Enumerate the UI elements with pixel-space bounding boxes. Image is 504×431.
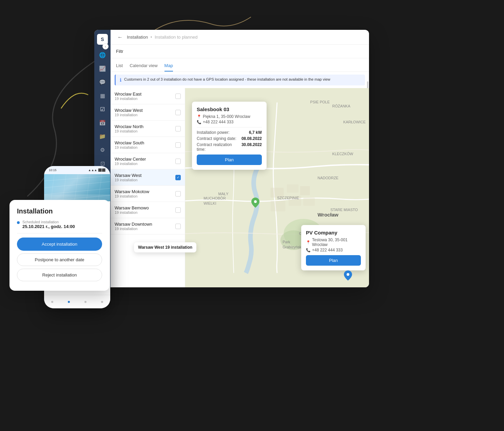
popup-secondary-title: PV Company <box>306 230 361 235</box>
installation-popup: Installation Scheduled installation 25.1… <box>9 200 110 291</box>
popup-main-address: 📍 Piękna 1, 35-000 Wroclaw <box>197 114 262 119</box>
region-checkbox[interactable] <box>175 207 181 213</box>
location-icon-2: 📍 <box>306 240 311 245</box>
region-name: Warsaw Mokotow <box>115 189 149 194</box>
install-schedule-row: Scheduled installation 25.10.2021 r., go… <box>17 220 102 229</box>
install-schedule-date: 25.10.2021 r., godz. 14:00 <box>22 224 75 229</box>
sidebar-item-grid[interactable]: ▦ <box>96 89 109 102</box>
map-marker-blue <box>344 270 352 281</box>
breadcrumb-sub: Installation to planned <box>155 35 197 40</box>
svg-line-20 <box>98 174 102 201</box>
list-item[interactable]: Warsaw Mokotow 19 installation <box>111 186 185 202</box>
phone-signal: ▲▲▲ ⬛⬛ <box>88 168 105 172</box>
list-item[interactable]: Warsaw Downtown 19 installation <box>111 218 185 234</box>
phone-time: 10:15 <box>49 168 57 172</box>
region-name: Warsaw West <box>115 173 141 178</box>
list-item[interactable]: Warsaw West 19 installation ✓ <box>111 169 185 186</box>
install-reject-button[interactable]: Reject installation <box>17 269 102 281</box>
phone-nav-dot[interactable] <box>51 301 53 303</box>
list-item[interactable]: Warsaw Bemowo 19 installation <box>111 202 185 218</box>
region-checkbox[interactable] <box>175 142 181 148</box>
popup-secondary-plan-button[interactable]: Plan <box>306 255 361 266</box>
breadcrumb: Installation • Installation to planned <box>127 35 197 40</box>
filter-bar: Filtr <box>111 45 369 58</box>
list-item[interactable]: Wroclaw West 19 installation <box>111 104 185 121</box>
info-icon: ℹ <box>120 77 121 83</box>
sidebar-item-globe[interactable]: 🌐 <box>96 49 109 61</box>
region-checkbox[interactable] <box>175 224 181 229</box>
sidebar-item-calendar[interactable]: 📅 <box>96 117 109 129</box>
region-count: 19 installation <box>115 113 143 117</box>
region-checkbox[interactable]: ✓ <box>175 175 181 180</box>
warsaw-west-popup: Warsaw West 19 installation <box>134 242 196 252</box>
tab-map[interactable]: Map <box>164 63 173 71</box>
phone-nav-dot[interactable] <box>84 301 86 303</box>
list-item[interactable]: Wroclaw Center 19 installation <box>111 153 185 169</box>
sidebar-item-folder[interactable]: 📁 <box>96 130 109 142</box>
install-accept-button[interactable]: Accept installation <box>17 238 102 251</box>
region-checkbox[interactable] <box>175 126 181 131</box>
phone-hero-image <box>44 174 110 201</box>
svg-rect-5 <box>300 186 310 195</box>
breadcrumb-separator: • <box>151 35 152 40</box>
popup-main-title: Salesbook 03 <box>197 106 262 112</box>
region-name: Wroclaw North <box>115 124 143 129</box>
region-name: Warsaw Downtown <box>115 222 152 227</box>
list-item[interactable]: Wroclaw East 19 installation <box>111 88 185 104</box>
list-item[interactable]: Wroclaw North 19 installation <box>111 121 185 137</box>
app-header: ← Installation • Installation to planned <box>111 30 369 45</box>
realization-label: Contract realization time: <box>197 142 241 152</box>
phone-status-bar: 10:15 ▲▲▲ ⬛⬛ <box>44 166 110 174</box>
content-split: Wroclaw East 19 installation Wroclaw Wes… <box>111 88 369 287</box>
popup-secondary-phone: 📞 +48 222 444 333 <box>306 248 361 252</box>
region-checkbox[interactable] <box>175 94 181 99</box>
region-count: 19 installation <box>115 97 141 101</box>
popup-main-plan-button[interactable]: Plan <box>197 155 262 165</box>
svg-line-17 <box>63 174 66 201</box>
map-marker-green <box>251 198 259 208</box>
phone-icon-2: 📞 <box>306 248 311 252</box>
svg-point-10 <box>347 273 349 276</box>
region-checkbox[interactable] <box>175 159 181 164</box>
tabs-bar: List Calendar view Map <box>111 58 369 72</box>
install-postpone-button[interactable]: Postpone to another date <box>17 253 102 266</box>
list-item[interactable]: Wroclaw South 19 installation <box>111 137 185 153</box>
phone-nav <box>44 295 110 308</box>
tab-calendar[interactable]: Calendar view <box>130 63 157 71</box>
region-name: Wroclaw East <box>115 91 141 97</box>
svg-rect-8 <box>303 198 315 206</box>
sidebar-item-settings[interactable]: ⚙ <box>96 144 109 156</box>
sidebar-logo[interactable]: S <box>97 34 108 45</box>
install-popup-title: Installation <box>17 207 102 215</box>
svg-line-14 <box>44 188 110 194</box>
svg-rect-3 <box>271 188 284 198</box>
popup-secondary-address: 📍 Testowa 30, 35-001 Wrocław <box>306 238 361 247</box>
popup-signing-row: Contract signing date: 08.08.2022 <box>197 136 262 141</box>
breadcrumb-main[interactable]: Installation <box>127 35 148 40</box>
region-count: 19 installation <box>115 145 144 149</box>
phone-nav-dot[interactable] <box>68 301 70 303</box>
region-count: 19 installation <box>115 162 146 166</box>
sidebar-collapse-button[interactable]: ‹ <box>102 43 109 49</box>
svg-rect-4 <box>287 184 298 192</box>
sidebar-item-messages[interactable]: 💬 <box>96 76 109 88</box>
sidebar-item-chart[interactable]: 📈 <box>96 62 109 75</box>
region-name: Warsaw Bemowo <box>115 205 149 210</box>
back-button[interactable]: ← <box>116 33 124 42</box>
tab-list[interactable]: List <box>116 63 123 71</box>
region-checkbox[interactable] <box>175 191 181 197</box>
warsaw-west-title: Warsaw West 19 installation <box>138 245 192 250</box>
signing-label: Contract signing date: <box>197 136 236 141</box>
map-popup-secondary: PV Company 📍 Testowa 30, 35-001 Wrocław … <box>301 225 366 270</box>
popup-power-row: Installation power: 6,7 kW <box>197 130 262 135</box>
power-label: Installation power: <box>197 130 230 135</box>
realization-value: 30.08.2022 <box>241 142 262 152</box>
info-banner-text: Customers in 2 out of 3 installation do … <box>124 77 330 81</box>
filter-label[interactable]: Filtr <box>116 49 123 54</box>
phone-nav-dot[interactable] <box>101 301 103 303</box>
power-value: 6,7 kW <box>249 130 262 135</box>
map-panel: PILCZYCE KOZANÓW PSIE POLE RÓŻANKA KARŁO… <box>185 88 369 287</box>
region-count: 19 installation <box>115 194 149 198</box>
sidebar-item-checklist[interactable]: ☑ <box>96 103 109 115</box>
region-checkbox[interactable] <box>175 110 181 115</box>
